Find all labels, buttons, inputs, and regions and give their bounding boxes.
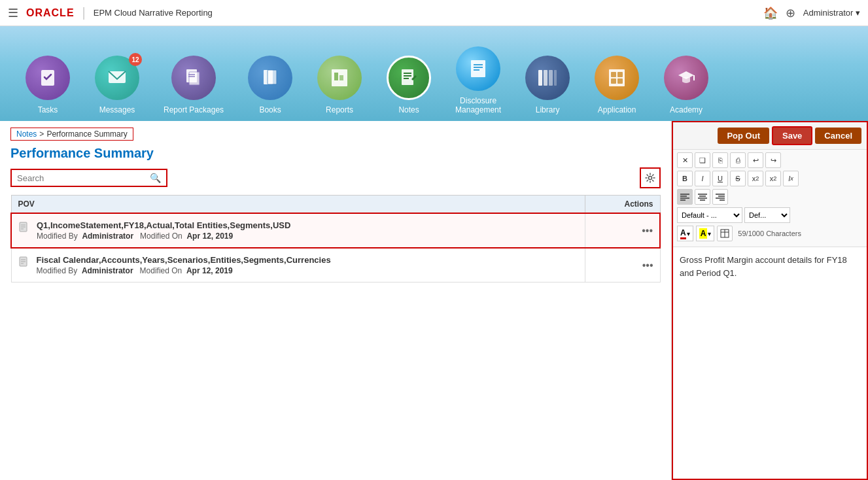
color-row: A ▾ A ▾ 59/1000 Characters [677,226,801,241]
library-icon [536,66,559,90]
italic-button[interactable]: I [695,171,710,186]
svg-rect-22 [554,70,557,86]
highlight-color-label: A [699,228,708,239]
books-label: Books [259,105,281,121]
align-center-button[interactable] [695,189,710,205]
notes-icon [397,66,421,90]
editor-header: Pop Out Save Cancel [673,122,867,150]
undo-button[interactable]: ↩ [748,152,763,168]
editor-content[interactable]: Gross Profit Margin account details for … [673,247,867,479]
font-color-label: A [680,228,686,239]
nav-item-messages[interactable]: 12 Messages [94,56,140,121]
header: ☰ ORACLE | EPM Cloud Narrative Reporting… [0,0,868,26]
svg-point-29 [649,177,652,180]
pov-modified-by-1: Administrator [82,231,133,241]
settings-button[interactable] [640,167,661,188]
table-row[interactable]: Fiscal Calendar,Accounts,Years,Scenarios… [11,248,660,283]
globe-icon[interactable]: ⊕ [786,6,795,20]
popout-button[interactable]: Pop Out [718,128,769,144]
reports-icon [328,66,351,90]
style-dropdown[interactable]: Default - ... [677,207,742,223]
disclosure-circle [456,46,500,91]
search-input[interactable] [17,173,150,183]
search-row: 🔍 [10,167,661,188]
cancel-button[interactable]: Cancel [815,128,861,144]
insert-table-button[interactable] [717,226,733,241]
copy-button[interactable]: ❏ [695,152,710,168]
svg-rect-27 [617,78,623,84]
gear-icon [645,173,655,183]
nav-item-tasks[interactable]: Tasks [25,56,71,121]
cut-button[interactable]: ✕ [677,152,693,168]
align-right-button[interactable] [712,189,728,205]
nav-item-reports[interactable]: Reports [317,56,362,121]
notes-label: Notes [398,105,419,121]
table-row[interactable]: Q1,IncomeStatement,FY18,Actual,Total Ent… [11,213,660,248]
menu-icon[interactable]: ☰ [8,6,18,20]
messages-label: Messages [99,105,135,121]
search-box[interactable]: 🔍 [10,169,167,187]
nav-item-application[interactable]: Application [594,56,640,121]
nav-item-notes[interactable]: Notes [386,56,432,121]
highlight-color-button[interactable]: A ▾ [696,226,715,241]
messages-badge: 12 [129,53,142,66]
redo-button[interactable]: ↪ [765,152,781,168]
underline-button[interactable]: U [712,171,728,186]
paste-button[interactable]: ⎘ [712,152,728,168]
admin-label[interactable]: Administrator ▾ [803,8,860,18]
save-button[interactable]: Save [772,126,812,145]
superscript-button[interactable]: x2 [765,171,781,186]
app-title: EPM Cloud Narrative Reporting [94,8,213,18]
align-left-button[interactable] [677,189,693,205]
svg-rect-20 [544,70,547,86]
reports-circle [317,56,362,100]
paste-special-button[interactable]: ⎙ [730,152,746,168]
svg-rect-10 [339,75,343,80]
books-icon [258,66,282,90]
library-label: Library [536,105,560,121]
pov-table: POV Actions [10,195,661,283]
reports-label: Reports [326,105,353,121]
svg-rect-9 [334,73,338,80]
bold-button[interactable]: B [677,171,693,186]
application-circle [595,56,639,100]
nav-item-report-packages[interactable]: Report Packages [164,56,224,121]
nav-item-library[interactable]: Library [525,56,570,121]
strikethrough-button[interactable]: S [730,171,746,186]
report-packages-icon [182,66,205,90]
books-circle [248,56,292,100]
nav-item-academy[interactable]: Academy [663,56,709,121]
pov-main-1: Q1,IncomeStatement,FY18,Actual,Total Ent… [37,220,290,230]
breadcrumb-notes-link[interactable]: Notes [16,129,37,139]
ellipsis-button-2[interactable]: ••• [642,260,653,271]
ellipsis-button-1[interactable]: ••• [642,225,653,237]
clear-format-button[interactable]: Ix [783,171,799,186]
svg-rect-24 [611,72,616,77]
nav-item-books[interactable]: Books [247,56,293,121]
toolbar-row-1: ✕ ❏ ⎘ ⎙ ↩ ↪ [677,152,863,168]
font-color-button[interactable]: A ▾ [677,226,693,241]
tasks-icon [36,66,60,90]
nav-bar: Tasks 12 Messages Report Pac [0,26,868,121]
svg-rect-21 [549,70,553,86]
pov-cell-2: Fiscal Calendar,Accounts,Years,Scenarios… [11,248,585,283]
pov-modified-on-2: Apr 12, 2019 [186,266,233,275]
subscript-button[interactable]: x2 [748,171,763,186]
toolbar-row-4: Default - ... Def... [677,207,863,223]
disclosure-icon [466,57,490,80]
nav-items: Tasks 12 Messages Report Pac [0,46,868,121]
font-dropdown[interactable]: Def... [744,207,790,223]
highlight-color-dropdown-icon: ▾ [708,230,711,237]
header-right: 🏠 ⊕ Administrator ▾ [763,6,860,20]
pov-cell-1: Q1,IncomeStatement,FY18,Actual,Total Ent… [11,213,585,248]
editor-toolbar: ✕ ❏ ⎘ ⎙ ↩ ↪ B I U S x2 x2 Ix [673,150,867,247]
svg-rect-19 [538,70,542,86]
actions-cell-2: ••• [585,248,660,283]
nav-item-disclosure[interactable]: DisclosureManagement [455,46,501,121]
svg-rect-25 [617,72,623,77]
svg-rect-7 [268,70,277,84]
page-title: Performance Summary [10,146,661,161]
application-icon [605,66,629,90]
home-icon[interactable]: 🏠 [763,6,778,20]
pov-meta-1: Modified By Administrator Modified On Ap… [37,231,290,241]
